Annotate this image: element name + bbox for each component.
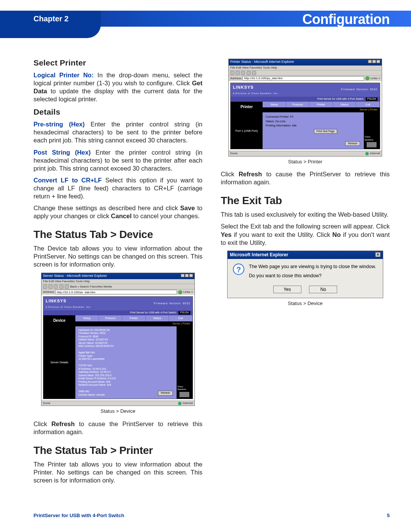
dialog-close-icon[interactable]: × xyxy=(375,252,381,257)
question-icon: ? xyxy=(233,264,244,275)
go-icon[interactable] xyxy=(365,76,370,80)
content-columns: Select Printer Logical Printer No: In th… xyxy=(33,56,390,510)
print-test-page-button[interactable]: Print Test Page xyxy=(314,129,337,134)
window-menubar[interactable]: File Edit View Favorites Tools Help xyxy=(41,279,194,284)
status-net: Internet xyxy=(183,401,193,405)
heading-status-printer: The Status Tab > Printer xyxy=(33,444,202,457)
tab-status[interactable]: Status xyxy=(333,102,357,108)
server-details-main: Hardware ID: 04C0559C28Firmware Version:… xyxy=(75,326,177,399)
min-icon[interactable] xyxy=(368,60,372,63)
globe-icon xyxy=(365,152,369,155)
panel-body-2: Port 1 (USB Port) Connected Printer: P1S… xyxy=(231,112,380,149)
globe-icon xyxy=(178,402,182,405)
cisco-icon xyxy=(180,392,190,397)
tab-protocol[interactable]: Protocol xyxy=(99,315,123,321)
window-statusbar: Done Internet xyxy=(41,401,194,406)
window-title: Server Status - Microsoft Internet Explo… xyxy=(43,274,107,279)
linksys-header-2: LINKSYS A Division of Cisco Systems, Inc… xyxy=(231,83,380,97)
linksys-brand: LINKSYS xyxy=(46,299,67,303)
model-bar: Print Server for USB with 4-Port Switch … xyxy=(43,310,193,315)
term-convert-lf: Convert LF to CR+LF xyxy=(33,177,102,184)
main-tabs-2: Setup Protocol Printer Status Exit xyxy=(263,102,380,108)
max-icon[interactable] xyxy=(372,60,376,63)
refresh-button[interactable]: Refresh xyxy=(158,391,173,396)
no-button[interactable]: No xyxy=(309,286,337,293)
address-input[interactable] xyxy=(55,290,177,294)
forward-icon[interactable] xyxy=(48,284,53,289)
figure-exit-dialog: Microsoft Internet Explorer × ? The Web … xyxy=(221,251,390,298)
heading-details: Details xyxy=(33,107,202,117)
tab-printer[interactable]: Printer xyxy=(122,315,146,321)
address-input-2[interactable] xyxy=(242,76,364,81)
linksys-brand-sub: A Division of Cisco Systems, Inc. xyxy=(46,306,91,308)
bold-refresh-1: Refresh xyxy=(51,420,75,427)
tab-setup[interactable]: Setup xyxy=(263,102,286,108)
home-icon[interactable] xyxy=(252,71,256,75)
main-tabs: Setup Protocol Printer Status Exit xyxy=(75,315,193,321)
back-icon[interactable] xyxy=(230,71,234,75)
refresh-icon[interactable] xyxy=(247,71,251,75)
window-menubar-2[interactable]: File Edit View Favorites Tools Help xyxy=(229,66,382,70)
para-logical-printer: Logical Printer No: In the drop-down men… xyxy=(33,71,202,103)
model-code-2: PSUS4 xyxy=(366,97,378,101)
links-label[interactable]: Links » xyxy=(183,290,193,294)
para-status-device: The Device tab allows you to view inform… xyxy=(33,244,202,268)
bold-no: No xyxy=(332,231,341,238)
tab-status[interactable]: Status xyxy=(146,315,169,321)
status-done-2: Done xyxy=(230,152,237,155)
tab-side-printer: Printer xyxy=(231,102,263,113)
refresh-button-2[interactable]: Refresh xyxy=(345,141,360,146)
tab-exit[interactable]: Exit xyxy=(169,315,193,321)
firmware-version-2: Firmware Version: 6032 xyxy=(341,88,378,91)
tab-setup[interactable]: Setup xyxy=(75,315,99,321)
para-exit-2: Select the Exit tab and the following sc… xyxy=(221,222,390,246)
close-icon[interactable] xyxy=(376,60,380,63)
window-control-buttons-2 xyxy=(368,60,380,65)
para-refresh-printer: Click Refresh to cause the PrintServer t… xyxy=(221,170,390,186)
window-toolbar[interactable]: Back • Search Favorites Media xyxy=(41,284,194,289)
tab-protocol[interactable]: Protocol xyxy=(286,102,310,108)
dialog-close-window: Microsoft Internet Explorer × ? The Web … xyxy=(227,251,383,298)
cisco-corner: Cisco Systems xyxy=(177,326,193,399)
back-icon[interactable] xyxy=(43,284,47,289)
linksys-brand-2: LINKSYS xyxy=(233,85,254,89)
tab-exit[interactable]: Exit xyxy=(356,102,380,108)
dialog-body: ? The Web page you are viewing is trying… xyxy=(228,259,383,285)
window-control-buttons xyxy=(180,274,193,279)
home-icon[interactable] xyxy=(65,284,69,289)
printer-details-main: Connected Printer: P1Status: On-LinePrin… xyxy=(263,112,364,149)
go-icon[interactable] xyxy=(178,290,182,294)
sub-tabs[interactable]: Server | Printer xyxy=(75,321,193,326)
tab-printer[interactable]: Printer xyxy=(309,102,333,108)
sub-tabs-2[interactable]: Server | Printer xyxy=(263,107,380,112)
para-convert-lf: Convert LF to CR+LF Select this option i… xyxy=(33,176,202,200)
min-icon[interactable] xyxy=(181,274,185,277)
stop-icon[interactable] xyxy=(241,71,245,75)
dialog-title: Microsoft Internet Explorer xyxy=(230,252,288,258)
stop-icon[interactable] xyxy=(54,284,58,289)
window-toolbar-2[interactable] xyxy=(229,70,382,76)
dialog-buttons: Yes No xyxy=(228,285,383,298)
side-server-details: Server Details xyxy=(43,326,75,399)
bold-cancel: Cancel xyxy=(111,212,132,219)
dialog-text-1: The Web page you are viewing is trying t… xyxy=(249,264,376,270)
side-port1: Port 1 (USB Port) xyxy=(231,112,263,149)
window-title-2: Printer Status - Microsoft Internet Expl… xyxy=(230,60,294,65)
firmware-version: Firmware Version: 6032 xyxy=(154,302,190,305)
linksys-panel: LINKSYS A Division of Cisco Systems, Inc… xyxy=(43,296,193,399)
tab-row: Device Setup Protocol Printer Status Exi… xyxy=(43,315,193,326)
para-poststring: Post String (Hex) Enter the printer cont… xyxy=(33,149,202,173)
tab-row-2: Printer Setup Protocol Printer Status Ex… xyxy=(231,102,380,113)
model-bar-2: Print Server for USB with 4-Port Switch … xyxy=(231,97,380,102)
para-exit-1: This tab is used exclusively for exiting… xyxy=(221,211,390,219)
bold-save: Save xyxy=(180,204,195,211)
dialog-titlebar: Microsoft Internet Explorer × xyxy=(228,251,383,259)
figcaption-status-device: Status > Device xyxy=(33,408,202,415)
close-icon[interactable] xyxy=(189,274,193,277)
links-label-2[interactable]: Links » xyxy=(371,77,380,80)
refresh-icon[interactable] xyxy=(59,284,64,289)
yes-button[interactable]: Yes xyxy=(273,286,301,293)
max-icon[interactable] xyxy=(185,274,189,277)
heading-status-device: The Status Tab > Device xyxy=(33,228,202,241)
forward-icon[interactable] xyxy=(236,71,240,75)
